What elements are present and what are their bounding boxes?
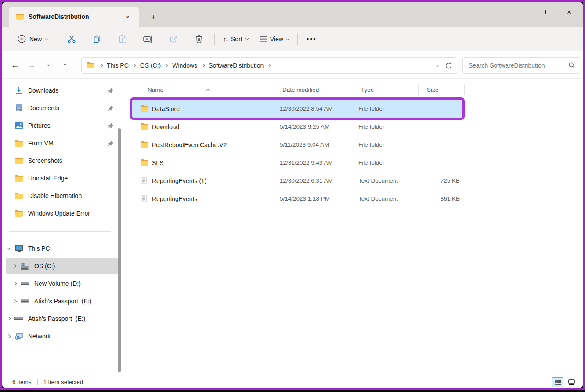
rename-button[interactable]: A — [135, 31, 161, 47]
chevron-down-icon[interactable] — [6, 247, 12, 250]
chevron-right-icon[interactable] — [12, 265, 18, 267]
chevron-right-icon[interactable] — [6, 317, 12, 320]
folder-icon — [141, 123, 148, 130]
breadcrumb-windows[interactable]: Windows — [169, 60, 200, 71]
history-dropdown-button[interactable] — [40, 57, 57, 73]
documents-icon — [14, 104, 23, 112]
file-type: Text Document — [358, 177, 398, 184]
sort-icon: ↑↓ — [223, 35, 228, 43]
folder-icon — [14, 140, 23, 147]
file-row-download[interactable]: Download 5/14/2023 9:25 AM File folder — [132, 118, 462, 136]
maximize-button[interactable] — [534, 2, 554, 22]
navigation-buttons: ← → ↑ — [7, 57, 73, 73]
sidebar-item-atishs-passport-e-2[interactable]: Atish's Passport (E:) — [6, 310, 118, 327]
up-button[interactable]: ↑ — [57, 57, 73, 73]
svg-text:A: A — [145, 36, 148, 41]
sidebar-item-label: Atish's Passport (E:) — [34, 298, 91, 305]
sidebar-item-new-volume-d[interactable]: New Volume (D:) — [6, 275, 118, 292]
sidebar-item-disable-hibernation[interactable]: Disable Hibernation — [6, 187, 118, 204]
drive-icon — [21, 281, 29, 286]
sidebar-divider — [9, 231, 111, 232]
column-header-date-modified[interactable]: Date modified — [282, 86, 319, 93]
sidebar-item-from-vm[interactable]: From VM — [6, 135, 118, 151]
sort-button[interactable]: ↑↓ Sort — [217, 32, 254, 46]
delete-button[interactable] — [186, 31, 212, 47]
status-bar: 6 items 1 item selected — [2, 376, 583, 388]
more-options-button[interactable]: ••• — [300, 35, 323, 43]
sidebar-scrollbar[interactable] — [118, 128, 121, 372]
text-doc-icon — [141, 195, 147, 202]
column-header-size[interactable]: Size — [427, 86, 438, 93]
copy-icon — [93, 35, 101, 43]
chevron-right-icon — [99, 64, 103, 67]
cut-button[interactable] — [59, 31, 84, 47]
details-view-button[interactable] — [552, 377, 563, 387]
breadcrumb-this-pc[interactable]: This PC — [104, 60, 132, 71]
search-icon — [568, 62, 575, 69]
folder-icon — [141, 141, 148, 148]
column-header-type[interactable]: Type — [361, 86, 374, 93]
file-row-sls[interactable]: SLS 12/31/2022 9:43 AM File folder — [132, 154, 462, 172]
explorer-tab[interactable]: SoftwareDistribution × — [9, 7, 139, 27]
file-date: 12/31/2022 9:43 AM — [280, 159, 333, 166]
pin-icon — [108, 140, 114, 146]
sidebar-item-label: Screenshots — [28, 157, 62, 164]
thumbnail-view-button[interactable] — [566, 377, 578, 387]
column-divider[interactable] — [354, 85, 354, 95]
item-count: 6 items — [12, 379, 32, 385]
close-button[interactable]: × — [559, 2, 579, 22]
view-button[interactable]: View — [254, 32, 295, 46]
sidebar-item-downloads[interactable]: Downloads — [6, 82, 118, 99]
cut-icon — [67, 35, 76, 43]
breadcrumb-softwaredistribution[interactable]: SoftwareDistribution — [206, 60, 267, 71]
chevron-right-icon[interactable] — [6, 335, 12, 338]
refresh-button[interactable] — [445, 62, 452, 69]
search-input[interactable] — [469, 62, 568, 69]
status-divider — [37, 379, 38, 385]
chevron-right-icon[interactable] — [12, 300, 18, 302]
file-name: ReportingEvents — [152, 195, 198, 202]
file-row-datastore[interactable]: DataStore 12/30/2022 8:54 AM File folder — [132, 100, 462, 118]
paste-button[interactable] — [110, 31, 135, 47]
file-row-reportingevents[interactable]: ReportingEvents 5/14/2023 1:18 PM Text D… — [132, 190, 462, 208]
file-type: Text Document — [358, 195, 398, 202]
search-box[interactable] — [462, 57, 580, 74]
column-header-name[interactable]: Name — [148, 86, 163, 93]
sidebar-item-network[interactable]: Network — [6, 328, 118, 345]
sidebar-item-this-pc[interactable]: This PC — [6, 240, 118, 257]
sidebar-item-uninstall-edge[interactable]: Uninstall Edge — [6, 170, 118, 187]
file-name: Download — [152, 123, 179, 130]
file-row-postrebooteventcache[interactable]: PostRebootEventCache.V2 5/11/2023 9:04 A… — [132, 136, 462, 154]
address-row: ← → ↑ This PC OS (C:) Windows SoftwareDi… — [2, 52, 583, 79]
sidebar-item-screenshots[interactable]: Screenshots — [6, 152, 118, 169]
breadcrumb-os-c[interactable]: OS (C:) — [137, 60, 164, 71]
new-tab-button[interactable]: + — [147, 11, 159, 23]
address-bar[interactable]: This PC OS (C:) Windows SoftwareDistribu… — [81, 57, 457, 74]
folder-icon — [141, 105, 148, 112]
file-size: 725 KB — [441, 177, 460, 184]
pin-icon — [108, 123, 114, 129]
column-divider[interactable] — [418, 85, 419, 95]
file-row-reportingevents-1[interactable]: ReportingEvents (1) 12/30/2022 6:31 AM T… — [132, 172, 462, 190]
back-button[interactable]: ← — [7, 57, 23, 73]
sidebar-item-os-c[interactable]: OS (C:) — [6, 258, 118, 274]
forward-button[interactable]: → — [23, 57, 40, 73]
sidebar-item-windows-update-error[interactable]: Windows Update Error — [6, 205, 118, 222]
tab-close-button[interactable]: × — [122, 11, 134, 22]
new-button[interactable]: New — [12, 31, 53, 47]
share-button[interactable] — [161, 31, 186, 47]
view-icon — [260, 36, 267, 42]
column-divider[interactable] — [464, 85, 465, 95]
column-divider[interactable] — [276, 85, 276, 95]
address-dropdown-icon[interactable] — [436, 63, 439, 66]
minimize-button[interactable] — [508, 2, 528, 22]
plus-circle-icon — [18, 35, 26, 43]
chevron-right-icon — [133, 64, 136, 67]
annotation-frame: SoftwareDistribution × + × New — [0, 0, 585, 390]
sidebar-item-atishs-passport-e[interactable]: Atish's Passport (E:) — [6, 293, 118, 309]
copy-button[interactable] — [84, 31, 110, 47]
chevron-right-icon[interactable] — [12, 282, 18, 285]
minimize-icon — [516, 12, 521, 12]
sidebar-item-documents[interactable]: Documents — [6, 100, 118, 116]
sidebar-item-pictures[interactable]: Pictures — [6, 117, 118, 134]
